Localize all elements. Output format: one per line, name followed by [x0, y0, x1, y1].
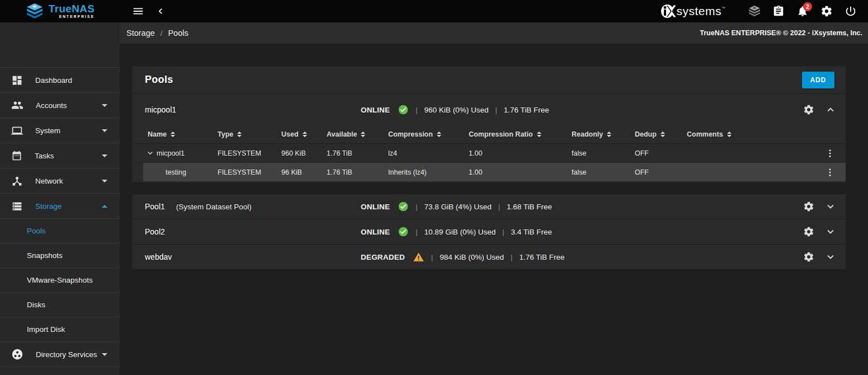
- menu-button[interactable]: [129, 2, 148, 21]
- gear-icon: [803, 201, 814, 212]
- sidebar-item-snapshots[interactable]: Snapshots: [0, 243, 120, 268]
- dataset-table-header: Name Type Used Available Compression Com…: [132, 125, 846, 143]
- sidebar-item-pools[interactable]: Pools: [0, 219, 120, 243]
- dataset-actions-button[interactable]: [814, 167, 846, 177]
- pool-status: ONLINE | 10.89 GiB (0%) Used | 3.4 TiB F…: [361, 226, 552, 237]
- column-header-compression-ratio[interactable]: Compression Ratio: [469, 130, 572, 138]
- chevron-down-icon: [102, 129, 107, 132]
- column-label: Type: [218, 130, 233, 138]
- pool-settings-button[interactable]: [801, 102, 816, 117]
- chevron-up-icon: [824, 104, 837, 116]
- sidebar-item-label: Accounts: [36, 101, 67, 110]
- ixsystems-text: systems: [676, 3, 721, 20]
- chevron-up-icon: [102, 205, 107, 208]
- breadcrumb-pools[interactable]: Pools: [168, 29, 188, 38]
- truenas-status-button[interactable]: [745, 2, 764, 21]
- pools-card-header: Pools ADD: [132, 66, 846, 94]
- column-label: Comments: [687, 130, 723, 138]
- sidebar-item-storage[interactable]: Storage: [0, 194, 120, 219]
- column-header-comments[interactable]: Comments: [687, 130, 814, 138]
- pool-expand-button[interactable]: [823, 199, 838, 214]
- sidebar-item-dashboard[interactable]: Dashboard: [0, 68, 120, 93]
- status-separator: |: [416, 228, 417, 236]
- pool-collapse-button[interactable]: [823, 102, 838, 117]
- dataset-available: 1.76 TiB: [327, 168, 388, 176]
- chevron-down-icon: [824, 226, 837, 238]
- chevron-left-icon: [155, 6, 166, 17]
- column-label: Available: [327, 130, 357, 138]
- dataset-compression-ratio: 1.00: [469, 149, 572, 157]
- sort-icon: [361, 132, 365, 137]
- truenas-logo[interactable]: TrueNAS ENTERPRISE: [0, 3, 120, 20]
- pool-header-row[interactable]: webdav DEGRADED | 984 KiB (0%) Used |: [132, 245, 846, 269]
- column-label: Compression: [388, 130, 433, 138]
- pools-card: Pools ADD micpool1 ONLINE: [132, 66, 846, 269]
- warning-icon: [413, 251, 424, 263]
- pool-header-row[interactable]: Pool1 (System Dataset Pool) ONLINE | 73.…: [132, 194, 846, 219]
- sidebar-item-system[interactable]: System: [0, 118, 120, 143]
- sidebar-item-import-disk[interactable]: Import Disk: [0, 317, 120, 342]
- panel-gap: [132, 182, 846, 194]
- column-label: Dedup: [635, 130, 657, 138]
- column-header-type[interactable]: Type: [218, 130, 281, 138]
- pool-settings-button[interactable]: [801, 250, 816, 264]
- gear-icon: [820, 5, 833, 17]
- settings-button[interactable]: [817, 2, 836, 21]
- sort-icon: [171, 132, 175, 137]
- copyright-text: TrueNAS ENTERPRISE® © 2022 - iXsystems, …: [700, 29, 862, 37]
- sidebar-item-label: Storage: [35, 202, 62, 210]
- column-header-used[interactable]: Used: [281, 130, 327, 138]
- dataset-row-micpool1[interactable]: micpool1 FILESYSTEM 960 KiB 1.76 TiB lz4…: [132, 143, 846, 162]
- pool-free: 3.4 TiB Free: [511, 228, 553, 236]
- dataset-used: 960 KiB: [281, 149, 327, 157]
- status-separator: |: [416, 203, 417, 211]
- pool-settings-button[interactable]: [801, 224, 816, 239]
- dataset-row-testing[interactable]: testing FILESYSTEM 96 KiB 1.76 TiB Inher…: [132, 162, 846, 181]
- pool-panel-webdav: webdav DEGRADED | 984 KiB (0%) Used |: [132, 244, 846, 269]
- pool-free: 1.68 TiB Free: [507, 203, 552, 211]
- check-circle-icon: [398, 226, 409, 237]
- pool-settings-button[interactable]: [801, 199, 816, 214]
- sidebar-item-tasks[interactable]: Tasks: [0, 143, 120, 168]
- pool-header-row[interactable]: Pool2 ONLINE | 10.89 GiB (0%) Used | 3.4: [132, 219, 846, 244]
- kebab-menu-icon: [825, 148, 835, 158]
- dataset-name: testing: [166, 168, 186, 176]
- chevron-down-icon: [102, 353, 107, 356]
- column-header-available[interactable]: Available: [327, 130, 388, 138]
- sidebar-item-directory-services[interactable]: Directory Services: [0, 342, 120, 367]
- expand-datasets-icon[interactable]: [145, 148, 155, 158]
- dashboard-icon: [11, 74, 23, 86]
- dataset-type: FILESYSTEM: [218, 168, 281, 176]
- ixsystems-logo[interactable]: systems ™: [659, 3, 725, 20]
- sidebar-subitem-label: Disks: [27, 301, 45, 309]
- pool-used: 73.8 GiB (4%) Used: [424, 203, 492, 211]
- column-header-compression[interactable]: Compression: [388, 130, 469, 138]
- status-separator: |: [495, 106, 497, 114]
- jobs-button[interactable]: [769, 2, 788, 21]
- truenas-cube-icon: [748, 5, 761, 17]
- status-separator: |: [502, 228, 504, 236]
- add-pool-button[interactable]: ADD: [802, 72, 834, 88]
- chevron-down-icon: [102, 104, 107, 107]
- dataset-table: Name Type Used Available Compression Com…: [132, 125, 846, 182]
- ixsystems-mark-icon: [659, 3, 676, 20]
- pool-header-row[interactable]: micpool1 ONLINE | 960 KiB (0%) Used | 1.: [132, 94, 846, 125]
- sidebar-item-vmware-snapshots[interactable]: VMware-Snapshots: [0, 268, 120, 293]
- sidebar-item-disks[interactable]: Disks: [0, 293, 120, 317]
- sidebar-item-network[interactable]: Network: [0, 168, 120, 194]
- column-header-name[interactable]: Name: [148, 130, 218, 138]
- dataset-actions-button[interactable]: [814, 148, 846, 158]
- sidebar-item-accounts[interactable]: Accounts: [0, 93, 120, 118]
- pool-panel-pool1: Pool1 (System Dataset Pool) ONLINE | 73.…: [132, 194, 846, 219]
- breadcrumb: Storage / Pools: [126, 29, 188, 38]
- notifications-button[interactable]: 2: [793, 2, 812, 21]
- sort-icon: [607, 132, 611, 137]
- column-header-readonly[interactable]: Readonly: [572, 130, 635, 138]
- breadcrumb-storage[interactable]: Storage: [126, 29, 155, 38]
- gear-icon: [803, 251, 814, 262]
- power-button[interactable]: [841, 2, 860, 21]
- nav-back-button[interactable]: [151, 2, 170, 21]
- column-header-dedup[interactable]: Dedup: [635, 130, 687, 138]
- pool-expand-button[interactable]: [823, 250, 838, 264]
- pool-expand-button[interactable]: [823, 224, 838, 239]
